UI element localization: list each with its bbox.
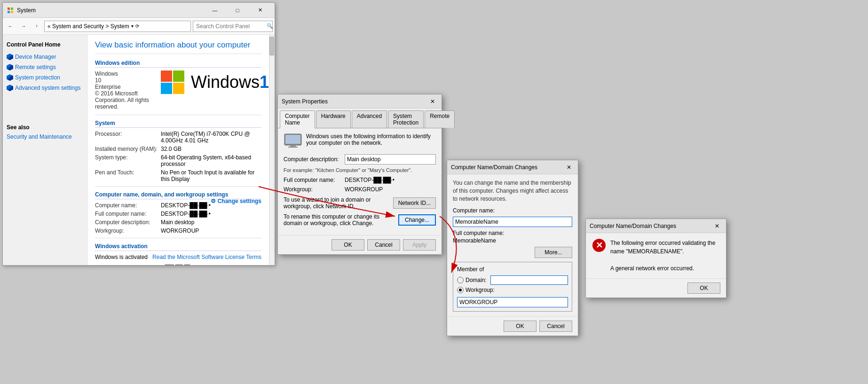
name-domain-title-bar: Computer Name/Domain Changes ✕ bbox=[447, 160, 578, 174]
processor-row: Processor: Intel(R) Core(TM) i7-6700K CP… bbox=[95, 131, 261, 144]
domain-input[interactable] bbox=[490, 275, 568, 285]
computer-monitor-icon bbox=[284, 133, 302, 149]
main-panel: View basic information about your comput… bbox=[87, 35, 269, 265]
desc-hint: For example: "Kitchen Computer" or "Mary… bbox=[284, 167, 436, 173]
sys-props-content: Windows uses the following information t… bbox=[278, 128, 442, 235]
system-section-title: System bbox=[95, 120, 261, 128]
sys-props-ok-button[interactable]: OK bbox=[331, 239, 364, 251]
ram-row: Installed memory (RAM): 32.0 GB bbox=[95, 146, 261, 152]
edition-text-block: Windows 10 Enterprise © 2016 Microsoft C… bbox=[95, 71, 151, 110]
full-name-row: Full computer name: DESKTOP-██·██·• bbox=[284, 177, 436, 183]
separator-2 bbox=[95, 186, 261, 187]
svg-rect-3 bbox=[11, 11, 13, 13]
sidebar-item-advanced-settings[interactable]: Advanced system settings bbox=[3, 83, 87, 93]
svg-rect-1 bbox=[11, 8, 13, 10]
shield-icon-4 bbox=[7, 85, 13, 91]
error-buttons: OK bbox=[586, 278, 726, 298]
workgroup-row: Workgroup: WORKGROUP bbox=[95, 227, 261, 234]
computer-name-field-label: Computer name: bbox=[453, 207, 572, 214]
close-button[interactable]: ✕ bbox=[249, 3, 271, 18]
workgroup-display-row: Workgroup: WORKGROUP bbox=[284, 186, 436, 193]
scrollbar[interactable] bbox=[269, 35, 275, 265]
tab-computer-name[interactable]: Computer Name bbox=[280, 110, 315, 128]
window-icon bbox=[7, 7, 14, 14]
svg-rect-5 bbox=[285, 135, 300, 144]
dropdown-arrow-icon: ▾ bbox=[131, 24, 134, 29]
tab-system-protection[interactable]: System Protection bbox=[388, 110, 424, 128]
search-input[interactable] bbox=[196, 23, 267, 30]
name-domain-title: Computer Name/Domain Changes bbox=[451, 164, 564, 171]
full-name-field-label: Full computer name: bbox=[453, 230, 572, 236]
tab-advanced[interactable]: Advanced bbox=[352, 110, 387, 128]
edition-section-title: Windows edition bbox=[95, 60, 261, 68]
sidebar-item-remote-settings[interactable]: Remote settings bbox=[3, 62, 87, 72]
panel-title: View basic information about your comput… bbox=[95, 40, 261, 54]
see-also-label: See also bbox=[3, 121, 87, 132]
sys-props-buttons: OK Cancel Apply bbox=[278, 235, 442, 254]
fullcomputername-row: Full computer name: DESKTOP-██·██·• bbox=[95, 211, 261, 217]
member-of-label: Member of bbox=[457, 266, 568, 273]
name-domain-desc: You can change the name and the membersh… bbox=[453, 179, 572, 203]
gear-icon: ⚙ bbox=[211, 198, 216, 204]
name-domain-ok-button[interactable]: OK bbox=[504, 321, 537, 332]
pen-touch-row: Pen and Touch: No Pen or Touch Input is … bbox=[95, 169, 261, 182]
shield-icon-1 bbox=[7, 54, 13, 60]
computer-desc-input[interactable] bbox=[345, 154, 436, 165]
window-title: System bbox=[17, 7, 204, 14]
back-button[interactable]: ← bbox=[5, 21, 16, 32]
full-name-display: MemorableName bbox=[453, 237, 572, 244]
computer-desc-row: Computer description: bbox=[284, 154, 436, 165]
sys-props-apply-button[interactable]: Apply bbox=[403, 239, 436, 251]
sidebar-home-label: Control Panel Home bbox=[3, 39, 87, 49]
maximize-button[interactable]: □ bbox=[227, 3, 248, 18]
separator-3 bbox=[95, 238, 261, 238]
win10-wordmark: Windows 10 bbox=[191, 72, 269, 92]
sys-props-title: System Properties bbox=[282, 98, 427, 105]
domain-radio[interactable] bbox=[457, 277, 464, 283]
name-domain-dialog: Computer Name/Domain Changes ✕ You can c… bbox=[447, 160, 578, 336]
scrollbar-thumb[interactable] bbox=[269, 37, 274, 55]
up-button[interactable]: ↑ bbox=[31, 21, 42, 32]
workgroup-input[interactable] bbox=[457, 297, 568, 307]
error-ok-button[interactable]: OK bbox=[687, 282, 720, 294]
error-title-bar: Computer Name/Domain Changes ✕ bbox=[586, 219, 726, 233]
sidebar-item-security-maintenance[interactable]: Security and Maintenance bbox=[3, 132, 87, 142]
activation-section-title: Windows activation bbox=[95, 243, 261, 251]
address-path[interactable]: « System and Security > System ▾ ⟳ bbox=[44, 21, 191, 32]
title-bar: System — □ ✕ bbox=[3, 3, 275, 18]
domain-radio-row: Domain: bbox=[457, 275, 568, 285]
win10-logo: Windows 10 bbox=[161, 71, 269, 94]
refresh-icon[interactable]: ⟳ bbox=[135, 24, 139, 29]
computer-name-input[interactable] bbox=[453, 217, 572, 227]
more-btn-row: More... bbox=[453, 247, 572, 258]
content-area: Control Panel Home Device Manager Remote… bbox=[3, 35, 275, 265]
svg-rect-0 bbox=[8, 8, 10, 10]
change-settings-link[interactable]: ⚙ Change settings bbox=[211, 198, 261, 204]
tab-remote[interactable]: Remote bbox=[425, 110, 455, 128]
sys-props-close-button[interactable]: ✕ bbox=[427, 96, 438, 107]
sys-props-cancel-button[interactable]: Cancel bbox=[367, 239, 400, 251]
name-domain-buttons: OK Cancel bbox=[447, 316, 578, 336]
read-more-link[interactable]: Read the Microsoft Software License Term… bbox=[152, 254, 261, 260]
error-close-button[interactable]: ✕ bbox=[712, 221, 722, 231]
member-of-section: Member of Domain: Workgroup: bbox=[453, 262, 572, 312]
sys-props-description: Windows uses the following information t… bbox=[306, 133, 436, 146]
error-title: Computer Name/Domain Changes bbox=[590, 223, 712, 229]
more-button[interactable]: More... bbox=[535, 247, 572, 258]
sys-props-tabs: Computer Name Hardware Advanced System P… bbox=[278, 109, 442, 128]
workgroup-radio[interactable] bbox=[457, 287, 464, 293]
change-button[interactable]: Change... bbox=[398, 214, 436, 226]
name-domain-cancel-button[interactable]: Cancel bbox=[539, 321, 572, 332]
name-domain-close-button[interactable]: ✕ bbox=[564, 162, 574, 172]
search-icon: 🔍 bbox=[267, 23, 273, 29]
sidebar-item-device-manager[interactable]: Device Manager bbox=[3, 52, 87, 62]
network-id-button[interactable]: Network ID... bbox=[393, 197, 436, 209]
shield-icon-2 bbox=[7, 64, 13, 71]
system-type-row: System type: 64-bit Operating System, x6… bbox=[95, 154, 261, 167]
sidebar-item-system-protection[interactable]: System protection bbox=[3, 72, 87, 83]
forward-button[interactable]: → bbox=[18, 21, 29, 32]
minimize-button[interactable]: — bbox=[204, 3, 226, 18]
svg-rect-6 bbox=[290, 145, 296, 147]
tab-hardware[interactable]: Hardware bbox=[316, 110, 351, 128]
computer-name-field-group: Computer name: bbox=[453, 207, 572, 227]
